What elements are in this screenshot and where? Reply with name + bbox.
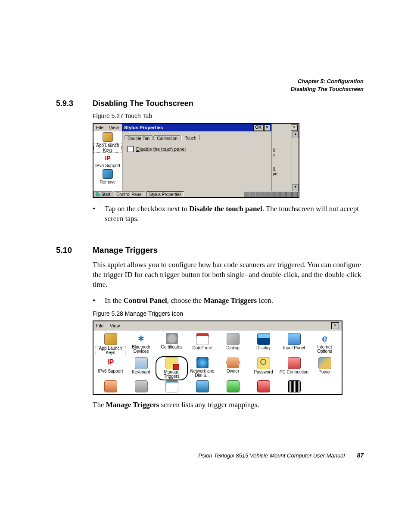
- cp-certificates[interactable]: Certificates: [156, 333, 187, 356]
- cp-app-launch-keys[interactable]: App Launch Keys: [95, 333, 126, 356]
- input-panel-icon: [288, 333, 301, 345]
- cp-item-partial[interactable]: [218, 380, 248, 392]
- header-chapter: Chapter 5: Configuration: [291, 78, 364, 85]
- tray-icon[interactable]: [268, 192, 274, 197]
- generic-icon: [196, 380, 209, 392]
- windows-flag-icon: [96, 192, 100, 196]
- ipv6-icon: IP: [103, 154, 112, 162]
- cp-item-remove[interactable]: Remove: [93, 180, 122, 185]
- screenshot-control-panel-grid: File View × App Launch Keys ∗Bluetooth D…: [93, 320, 342, 395]
- network-icon: [196, 357, 209, 368]
- stylus-properties-dialog: Stylus Properties OK × Double-Tap Calibr…: [122, 124, 272, 191]
- close-button[interactable]: ×: [264, 124, 270, 131]
- tray-icon[interactable]: [274, 192, 280, 197]
- scroll-up-icon[interactable]: ▴: [292, 131, 299, 138]
- cp-dialing[interactable]: Dialing: [218, 333, 248, 356]
- cp-password[interactable]: Password: [248, 357, 279, 380]
- certificates-icon: [166, 333, 178, 344]
- tray-icon[interactable]: [256, 192, 262, 197]
- section-title-510: Manage Triggers: [93, 246, 158, 255]
- bg-close-button[interactable]: ×: [291, 124, 298, 131]
- password-icon: [257, 357, 270, 369]
- cp-item-partial[interactable]: [279, 380, 309, 392]
- menu-file[interactable]: File: [96, 125, 104, 130]
- cp-date-time[interactable]: Date/Time: [187, 333, 218, 356]
- tray-icon[interactable]: [286, 192, 292, 197]
- bullet-disable-touch: • Tap on the checkbox next to Disable th…: [93, 204, 364, 224]
- page-number: 87: [357, 452, 364, 459]
- dialog-body: Disable the touch panel: [122, 140, 272, 191]
- cp-item-partial[interactable]: [187, 380, 218, 392]
- background-window-sliver: × its &pe ▴ ▾: [271, 124, 299, 191]
- cp-item-partial[interactable]: [126, 380, 156, 392]
- scrollbar[interactable]: ▴ ▾: [292, 131, 299, 191]
- dialog-title: Stylus Properties: [124, 125, 163, 130]
- cp-pc-connection[interactable]: PC Connection: [279, 357, 309, 380]
- cp-item-ipv6[interactable]: IPv6 Support: [93, 164, 122, 168]
- menu-view[interactable]: View: [110, 323, 120, 328]
- cp-item-partial[interactable]: [156, 380, 187, 392]
- cp-ipv6[interactable]: IPIPv6 Support: [95, 357, 126, 380]
- date-time-icon: [196, 333, 209, 345]
- cp-manage-triggers[interactable]: Manage Triggers: [156, 357, 187, 380]
- figure-caption-527: Figure 5.27 Touch Tab: [93, 112, 364, 119]
- cp-owner[interactable]: Owner: [218, 357, 248, 380]
- cp-internet-options[interactable]: eInternet Options: [309, 333, 340, 356]
- taskbar-stylus-properties[interactable]: Stylus Properties: [146, 191, 184, 197]
- cp-keyboard[interactable]: Keyboard: [126, 357, 156, 380]
- menu-bar: File View ×: [93, 321, 342, 330]
- start-button[interactable]: Start: [93, 191, 112, 197]
- figure-caption-528: Figure 5.28 Manage Triggers Icon: [93, 310, 364, 317]
- owner-icon: [227, 357, 239, 368]
- tray-icon[interactable]: [292, 192, 298, 197]
- bluetooth-icon: ∗: [135, 333, 147, 344]
- tray-icon[interactable]: [244, 192, 249, 197]
- cp-item-partial[interactable]: [95, 380, 126, 392]
- cp-display[interactable]: Display: [248, 333, 279, 356]
- bg-text-fragment: its &pe: [273, 148, 277, 176]
- remove-icon: [103, 169, 113, 179]
- cp-item-app-launch-keys[interactable]: App Launch Keys: [93, 143, 122, 153]
- control-panel-left-column: App Launch Keys IP IPv6 Support Remove: [93, 131, 122, 191]
- cp-power[interactable]: Power: [309, 357, 340, 380]
- tray-icon[interactable]: [280, 192, 286, 197]
- dialing-icon: [227, 333, 240, 345]
- tray-icon[interactable]: [250, 192, 255, 197]
- generic-icon: [104, 380, 117, 392]
- section-number-593: 5.9.3: [56, 99, 93, 108]
- generic-icon: [165, 380, 178, 392]
- system-tray: [244, 192, 299, 197]
- menu-file[interactable]: File: [96, 323, 104, 328]
- manage-triggers-icon: [165, 357, 178, 369]
- cp-network[interactable]: Network and Dial-u...: [187, 357, 218, 380]
- page-footer: Psion Teklogix 8515 Vehicle-Mount Comput…: [56, 452, 364, 459]
- dialog-titlebar: Stylus Properties OK ×: [122, 124, 272, 131]
- generic-icon: [135, 380, 148, 392]
- generic-icon: [257, 380, 270, 392]
- taskbar-control-panel[interactable]: Control Panel: [114, 191, 145, 197]
- tail-text: The Manage Triggers screen lists any tri…: [93, 400, 364, 410]
- display-icon: [257, 333, 270, 345]
- pc-connection-icon: [288, 357, 301, 369]
- disable-touch-checkbox[interactable]: [128, 146, 134, 152]
- cp-input-panel[interactable]: Input Panel: [279, 333, 309, 356]
- cp-bluetooth[interactable]: ∗Bluetooth Devices: [126, 333, 156, 356]
- disable-touch-label: Disable the touch panel: [136, 146, 186, 152]
- close-button[interactable]: ×: [331, 322, 339, 329]
- scroll-down-icon[interactable]: ▾: [292, 184, 299, 191]
- footer-text: Psion Teklogix 8515 Vehicle-Mount Comput…: [198, 452, 345, 459]
- para-manage-triggers: This applet allows you to configure how …: [93, 260, 364, 290]
- taskbar: Start Control Panel Stylus Properties: [93, 191, 299, 197]
- screenshot-stylus-properties: File View App Launch Keys IP IPv6 Suppor…: [93, 123, 299, 198]
- app-launch-keys-icon: [103, 132, 113, 142]
- menu-view[interactable]: View: [109, 125, 119, 130]
- ipv6-icon: IP: [105, 357, 117, 368]
- ok-button[interactable]: OK: [253, 124, 263, 131]
- keyboard-icon: [135, 357, 148, 369]
- bullet-open-manage-triggers: • In the Control Panel, choose the Manag…: [93, 296, 364, 306]
- tray-icon[interactable]: [262, 192, 268, 197]
- section-title-593: Disabling The Touchscreen: [93, 99, 193, 108]
- generic-icon: [227, 380, 240, 392]
- cp-item-partial[interactable]: [248, 380, 279, 392]
- section-number-510: 5.10: [56, 246, 93, 255]
